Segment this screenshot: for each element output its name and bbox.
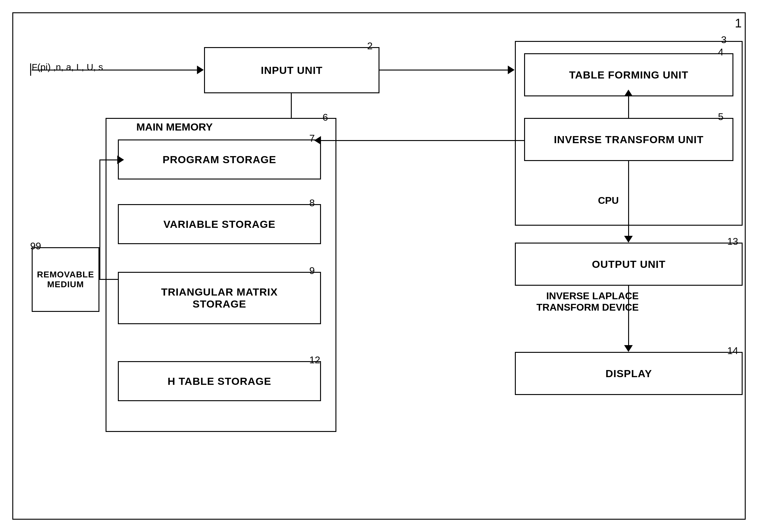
inv-to-var-line (321, 140, 525, 141)
ref-8: 8 (309, 197, 315, 209)
rm-to-ps-arrowhead (117, 156, 124, 164)
ref-5: 5 (718, 111, 724, 123)
display-box: DISPLAY (515, 352, 742, 395)
input-unit-box: INPUT UNIT (204, 47, 379, 93)
main-memory-label: MAIN MEMORY (136, 121, 213, 133)
tf-to-inv-line (628, 96, 629, 119)
ref-99: 99 (30, 240, 41, 252)
ref-3: 3 (721, 34, 727, 46)
rm-to-ps-vertical (99, 160, 100, 279)
ref-12: 12 (309, 354, 320, 366)
input-label: F(pi) ,n, a, L, U, s (32, 62, 103, 72)
out-to-disp-arrowhead (624, 345, 633, 352)
ref-4: 4 (718, 47, 724, 58)
program-storage-box: PROGRAM STORAGE (118, 139, 321, 180)
ref-2: 2 (367, 40, 373, 52)
inv-to-out-arrowhead (624, 236, 633, 243)
cpu-label: CPU (598, 195, 619, 485)
ref-14: 14 (727, 345, 738, 357)
tf-to-inv-arrowhead (624, 89, 633, 96)
inverse-transform-box: INVERSE TRANSFORM UNIT (524, 118, 733, 161)
input-to-cpu-line (379, 70, 509, 70)
output-unit-box: OUTPUT UNIT (515, 243, 742, 286)
ref-6: 6 (323, 112, 328, 123)
removable-medium-box: REMOVABLE MEDIUM (32, 247, 99, 312)
rm-to-ps-line (99, 279, 119, 280)
rm-to-ps-horiz (99, 160, 119, 160)
ref-9: 9 (309, 265, 315, 276)
inv-to-var-arrowhead (314, 136, 321, 145)
input-arrow-line2 (109, 70, 198, 70)
triangular-matrix-box: TRIANGULAR MATRIX STORAGE (118, 272, 321, 324)
out-to-disp-line (628, 286, 629, 347)
h-table-storage-box: H TABLE STORAGE (118, 361, 321, 401)
input-tick (30, 63, 31, 76)
input-arrowhead (197, 66, 204, 74)
inverse-laplace-label: INVERSE LAPLACETRANSFORM DEVICE (536, 290, 638, 313)
ref-1: 1 (735, 16, 742, 30)
variable-storage-box: VARIABLE STORAGE (118, 204, 321, 244)
input-to-cpu-arrowhead (508, 66, 515, 74)
diagram-container: 1 F(pi) ,n, a, L, U, s INPUT UNIT 2 3 CP… (12, 12, 746, 520)
input-arrow-line (32, 70, 112, 70)
inv-to-out-line (628, 161, 629, 238)
ref-13: 13 (727, 236, 738, 247)
